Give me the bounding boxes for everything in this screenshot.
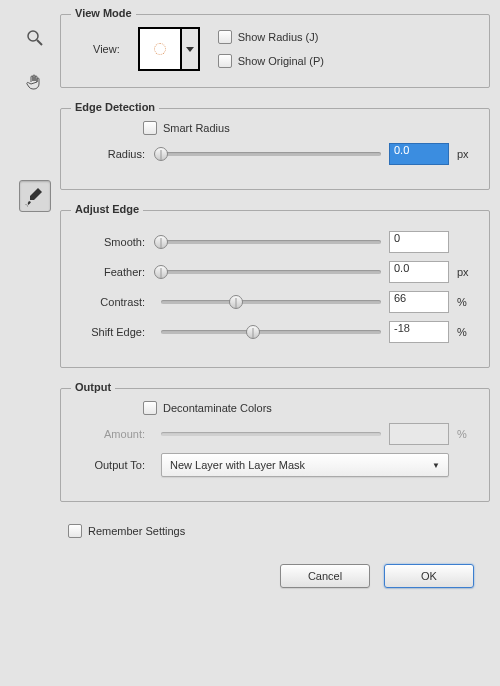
view-label: View: bbox=[93, 43, 120, 55]
amount-unit: % bbox=[457, 428, 477, 440]
edge-detection-legend: Edge Detection bbox=[71, 101, 159, 113]
chevron-down-icon bbox=[186, 47, 194, 52]
adjust-edge-legend: Adjust Edge bbox=[71, 203, 143, 215]
magnifier-icon bbox=[25, 28, 45, 48]
contrast-input[interactable]: 66 bbox=[389, 291, 449, 313]
output-legend: Output bbox=[71, 381, 115, 393]
remember-settings-label: Remember Settings bbox=[88, 525, 185, 537]
chevron-down-icon: ▼ bbox=[432, 461, 440, 470]
feather-label: Feather: bbox=[73, 266, 153, 278]
decontaminate-label: Decontaminate Colors bbox=[163, 402, 272, 414]
output-section: Output Decontaminate Colors Amount: % Ou… bbox=[60, 388, 490, 502]
feather-input[interactable]: 0.0 bbox=[389, 261, 449, 283]
show-radius-label: Show Radius (J) bbox=[238, 31, 319, 43]
contrast-slider[interactable] bbox=[161, 300, 381, 304]
output-to-select[interactable]: New Layer with Layer Mask ▼ bbox=[161, 453, 449, 477]
shift-edge-label: Shift Edge: bbox=[73, 326, 153, 338]
brush-icon bbox=[24, 185, 46, 207]
view-swatch-arrow[interactable] bbox=[182, 27, 200, 71]
output-to-label: Output To: bbox=[73, 459, 153, 471]
shift-edge-input[interactable]: -18 bbox=[389, 321, 449, 343]
view-swatch-preview bbox=[138, 27, 182, 71]
smooth-input[interactable]: 0 bbox=[389, 231, 449, 253]
decontaminate-checkbox[interactable] bbox=[143, 401, 157, 415]
svg-point-0 bbox=[28, 31, 38, 41]
cancel-button[interactable]: Cancel bbox=[280, 564, 370, 588]
smart-radius-checkbox[interactable] bbox=[143, 121, 157, 135]
view-mode-legend: View Mode bbox=[71, 7, 136, 19]
tool-palette bbox=[10, 10, 60, 588]
smart-radius-label: Smart Radius bbox=[163, 122, 230, 134]
hand-icon bbox=[25, 72, 45, 92]
radius-unit: px bbox=[457, 148, 477, 160]
amount-input bbox=[389, 423, 449, 445]
ok-button[interactable]: OK bbox=[384, 564, 474, 588]
contrast-label: Contrast: bbox=[73, 296, 153, 308]
feather-slider[interactable] bbox=[161, 270, 381, 274]
amount-slider bbox=[161, 432, 381, 436]
adjust-edge-section: Adjust Edge Smooth: 0 Feather: 0.0 px Co… bbox=[60, 210, 490, 368]
show-original-label: Show Original (P) bbox=[238, 55, 324, 67]
show-radius-checkbox[interactable] bbox=[218, 30, 232, 44]
svg-line-1 bbox=[37, 40, 42, 45]
show-original-checkbox[interactable] bbox=[218, 54, 232, 68]
smooth-slider[interactable] bbox=[161, 240, 381, 244]
edge-detection-section: Edge Detection Smart Radius Radius: 0.0 … bbox=[60, 108, 490, 190]
radius-input[interactable]: 0.0 bbox=[389, 143, 449, 165]
hand-tool[interactable] bbox=[19, 66, 51, 98]
amount-label: Amount: bbox=[73, 428, 153, 440]
contrast-unit: % bbox=[457, 296, 477, 308]
view-mode-section: View Mode View: Show Radius (J) bbox=[60, 14, 490, 88]
zoom-tool[interactable] bbox=[19, 22, 51, 54]
remember-settings-checkbox[interactable] bbox=[68, 524, 82, 538]
radius-slider[interactable] bbox=[161, 152, 381, 156]
output-to-value: New Layer with Layer Mask bbox=[170, 459, 305, 471]
shift-edge-unit: % bbox=[457, 326, 477, 338]
refine-brush-tool[interactable] bbox=[19, 180, 51, 212]
smooth-label: Smooth: bbox=[73, 236, 153, 248]
view-swatch-dropdown[interactable] bbox=[138, 27, 200, 71]
shift-edge-slider[interactable] bbox=[161, 330, 381, 334]
radius-label: Radius: bbox=[73, 148, 153, 160]
feather-unit: px bbox=[457, 266, 477, 278]
